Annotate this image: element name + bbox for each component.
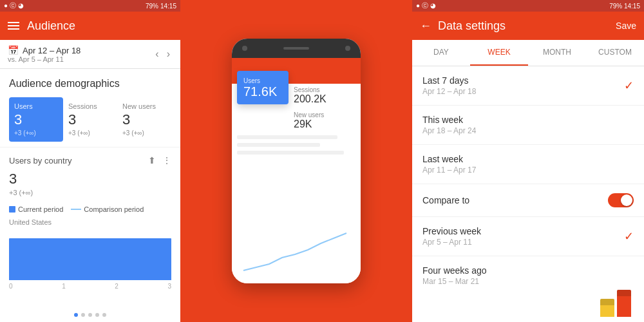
phone-sessions-value: 200.2K	[294, 93, 327, 105]
phone-bar-3	[237, 151, 344, 155]
dot-2	[81, 313, 85, 317]
prevweek-label: Previous week	[422, 226, 481, 236]
phone-bar-1	[237, 135, 337, 139]
last7days-sub: Apr 12 – Apr 18	[422, 87, 476, 96]
chart-row-label: United States	[9, 218, 171, 226]
metric-users-label: Users	[14, 102, 58, 110]
compareto-toggle[interactable]	[608, 193, 634, 207]
more-icon[interactable]: ⋮	[162, 155, 171, 166]
phone-other-metrics: Sessions 200.2K New users 29K	[294, 84, 327, 130]
metric-users-change: +3 (+∞)	[14, 129, 58, 137]
tab-month[interactable]: MONTH	[528, 40, 586, 66]
phone-metric-users: Users 71.6K	[237, 71, 289, 104]
phone-users-value: 71.6K	[243, 84, 282, 99]
logo-bar-yellow	[600, 299, 614, 317]
prevweek-sub: Apr 5 – Apr 11	[422, 238, 481, 247]
battery-label: 79%	[146, 3, 158, 10]
phone-newusers-label: New users	[294, 111, 327, 118]
phone-line-chart	[232, 225, 361, 277]
phone-sessions: Sessions 200.2K	[294, 86, 327, 105]
settings-item-last7days[interactable]: Last 7 days Apr 12 – Apr 18 ✓	[412, 66, 644, 106]
phone-camera-row	[232, 39, 361, 58]
metrics-row: Users 3 +3 (+∞) Sessions 3 +3 (+∞) New u…	[9, 97, 171, 142]
legend-current-dot	[9, 206, 15, 213]
legend-current: Current period	[9, 205, 63, 213]
chart-legend: Current period Comparison period	[0, 200, 180, 218]
metric-users-value: 3	[14, 111, 58, 128]
prev-date-button[interactable]: ‹	[153, 47, 161, 61]
country-change: +3 (+∞)	[9, 189, 171, 196]
back-button[interactable]: ←	[420, 19, 431, 33]
chart-label-1: 0	[9, 283, 13, 290]
save-button[interactable]: Save	[616, 21, 636, 31]
thisweek-sub: Apr 18 – Apr 24	[422, 126, 476, 135]
date-navigation: ‹ ›	[153, 47, 173, 61]
legend-comparison-line	[71, 209, 81, 210]
dot-5	[102, 313, 106, 317]
share-icon[interactable]: ⬆	[148, 155, 156, 166]
next-date-button[interactable]: ›	[164, 47, 173, 61]
tab-day[interactable]: DAY	[412, 40, 470, 66]
metric-newusers[interactable]: New users 3 +3 (+∞)	[117, 97, 171, 142]
settings-item-thisweek[interactable]: This week Apr 18 – Apr 24	[412, 106, 644, 145]
calendar-icon: 📅	[8, 45, 19, 55]
bar-chart-area: United States 0 1 2 3	[0, 218, 180, 298]
compareto-label: Compare to	[422, 195, 469, 205]
date-compare-text: vs. Apr 5 – Apr 11	[8, 55, 80, 63]
phone-users-label: Users	[243, 77, 282, 84]
status-left-3: ● ⓒ ◕	[416, 1, 436, 10]
settings-item-lastweek[interactable]: Last week Apr 11 – Apr 17	[412, 145, 644, 184]
phone-newusers: New users 29K	[294, 111, 327, 130]
analytics-logo	[600, 290, 631, 317]
phone-device: Users 71.6K Sessions 200.2K New users 29…	[232, 39, 361, 283]
phone-newusers-value: 29K	[294, 118, 327, 130]
fourweeks-content: Four weeks ago Mar 15 – Mar 21	[422, 265, 487, 285]
dot-1	[74, 313, 78, 317]
tab-week[interactable]: WEEK	[470, 40, 528, 66]
metric-newusers-value: 3	[122, 111, 166, 128]
fourweeks-sub: Mar 15 – Mar 21	[422, 277, 487, 285]
metric-sessions-label: Sessions	[68, 102, 112, 110]
demographics-title: Audience demographics	[9, 78, 171, 90]
date-range-text: Apr 12 – Apr 18	[23, 46, 80, 55]
menu-icon[interactable]	[8, 22, 19, 30]
logo-bar-orange	[617, 290, 631, 317]
analytics-logo-area	[412, 285, 644, 322]
phone-metrics: Users 71.6K Sessions 200.2K New users 29…	[232, 84, 361, 130]
data-settings-title: Data settings	[438, 19, 506, 33]
panel-phone-mockup: Users 71.6K Sessions 200.2K New users 29…	[180, 0, 412, 322]
time-label: 14:15	[160, 3, 176, 10]
prevweek-content: Previous week Apr 5 – Apr 11	[422, 226, 481, 247]
settings-item-compareto[interactable]: Compare to	[412, 184, 644, 217]
panel-audience: ● ⓒ ◕ 79% 14:15 Audience 📅 Apr 12 – Apr …	[0, 0, 180, 322]
country-header: Users by country ⬆ ⋮	[9, 155, 171, 166]
metric-sessions-change: +3 (+∞)	[68, 129, 112, 137]
chart-label-2: 1	[62, 283, 66, 290]
legend-comparison-label: Comparison period	[84, 205, 144, 213]
settings-item-fourweeks[interactable]: Four weeks ago Mar 15 – Mar 21	[412, 256, 644, 285]
chart-label-3: 2	[115, 283, 118, 290]
bar-us	[9, 238, 171, 280]
date-range[interactable]: 📅 Apr 12 – Apr 18	[8, 45, 80, 55]
period-tabs: DAY WEEK MONTH CUSTOM	[412, 40, 644, 66]
lastweek-sub: Apr 11 – Apr 17	[422, 166, 476, 175]
panel-data-settings: ● ⓒ ◕ 79% 14:15 ← Data settings Save DAY…	[412, 0, 644, 322]
content-area: Audience demographics Users 3 +3 (+∞) Se…	[0, 69, 180, 308]
phone-speaker	[283, 47, 309, 50]
thisweek-content: This week Apr 18 – Apr 24	[422, 115, 476, 135]
data-settings-header: ← Data settings Save	[412, 12, 644, 40]
country-actions: ⬆ ⋮	[148, 155, 171, 166]
p3-time: 14:15	[624, 3, 640, 10]
status-bar-3: ● ⓒ ◕ 79% 14:15	[412, 0, 644, 12]
settings-item-prevweek[interactable]: Previous week Apr 5 – Apr 11 ✓	[412, 217, 644, 256]
metric-sessions-value: 3	[68, 111, 112, 128]
phone-sessions-label: Sessions	[294, 86, 327, 93]
dot-3	[88, 313, 92, 317]
last7days-content: Last 7 days Apr 12 – Apr 18	[422, 75, 476, 96]
metric-users[interactable]: Users 3 +3 (+∞)	[9, 97, 63, 142]
phone-camera-1	[242, 46, 247, 51]
fourweeks-label: Four weeks ago	[422, 265, 487, 276]
tab-custom[interactable]: CUSTOM	[586, 40, 644, 66]
chart-x-labels: 0 1 2 3	[9, 280, 171, 292]
metric-sessions[interactable]: Sessions 3 +3 (+∞)	[63, 97, 117, 142]
